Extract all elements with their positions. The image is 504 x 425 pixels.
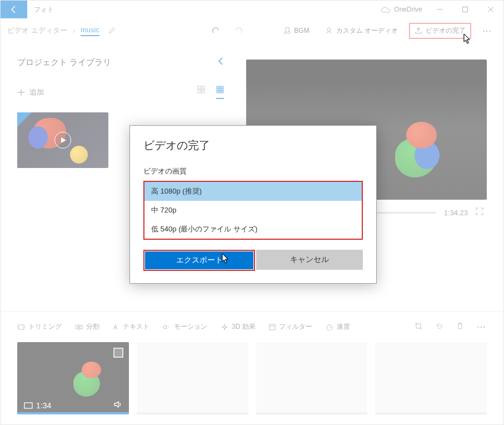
trim-icon <box>17 324 25 330</box>
svg-rect-15 <box>222 91 223 93</box>
collapse-sidebar-button[interactable] <box>217 56 224 69</box>
speed-icon <box>326 324 333 330</box>
storyboard-clip[interactable]: 1:34 <box>17 342 129 414</box>
motion-icon <box>163 324 171 330</box>
quality-label: ビデオの画質 <box>143 166 363 176</box>
edit-icon[interactable] <box>108 26 116 36</box>
library-thumbnail[interactable] <box>17 112 108 168</box>
svg-rect-6 <box>202 90 204 93</box>
back-button[interactable] <box>1 1 27 18</box>
app-title: フォト <box>34 5 381 14</box>
maximize-button[interactable] <box>452 1 478 18</box>
crop-button[interactable] <box>415 322 422 332</box>
svg-point-24 <box>166 325 169 329</box>
svg-rect-21 <box>80 325 82 329</box>
filter-button[interactable]: フィルター <box>269 322 312 332</box>
custom-audio-button[interactable]: カスタム オーディオ <box>321 23 402 39</box>
storyboard-more-button[interactable]: ⋯ <box>477 322 487 332</box>
clip-duration: 1:34 <box>24 401 51 410</box>
svg-rect-9 <box>222 86 223 88</box>
quality-option-low[interactable]: 低 540p (最小のファイル サイズ) <box>144 220 362 239</box>
trimming-button[interactable]: トリミング <box>17 322 62 332</box>
svg-point-2 <box>327 28 331 31</box>
svg-rect-20 <box>76 325 78 329</box>
cloud-icon <box>381 6 391 13</box>
fullscreen-button[interactable] <box>476 207 483 218</box>
bgm-button[interactable]: BGM <box>278 23 313 38</box>
sidebar-title: プロジェクト ライブラリ <box>17 57 111 68</box>
svg-rect-13 <box>217 91 218 93</box>
empty-clip-slot[interactable] <box>137 342 248 414</box>
clip-checkbox[interactable] <box>113 348 123 358</box>
volume-icon[interactable] <box>113 401 122 410</box>
svg-rect-14 <box>219 91 221 93</box>
svg-rect-12 <box>222 89 223 91</box>
trash-icon <box>457 322 463 330</box>
play-icon <box>54 132 71 149</box>
onedrive-status[interactable]: OneDrive <box>381 6 422 13</box>
finish-video-button[interactable]: ビデオの完了 <box>409 23 471 39</box>
breadcrumb-current[interactable]: music <box>81 26 99 36</box>
3d-effects-button[interactable]: 3D 効果 <box>221 322 256 332</box>
speed-button[interactable]: 速度 <box>326 322 350 332</box>
split-button[interactable]: 分割 <box>75 322 99 332</box>
quality-option-high[interactable]: 高 1080p (推奨) <box>144 182 362 201</box>
svg-rect-16 <box>18 325 24 329</box>
toolbar: ビデオ エディター › music BGM カスタム オーディオ ビデオの完了 … <box>1 18 503 43</box>
breadcrumb-root[interactable]: ビデオ エディター <box>7 26 67 36</box>
empty-clip-slot[interactable] <box>375 342 487 414</box>
add-button[interactable]: 追加 <box>17 87 44 97</box>
quality-options: 高 1080p (推奨) 中 720p 低 540p (最小のファイル サイズ) <box>143 181 363 240</box>
timeline-time: 1:34.23 <box>444 209 468 217</box>
undo-button[interactable] <box>206 23 224 38</box>
motion-button[interactable]: モーション <box>163 322 207 332</box>
svg-line-28 <box>330 327 331 328</box>
dialog-title: ビデオの完了 <box>143 138 363 153</box>
svg-rect-1 <box>463 7 468 12</box>
svg-rect-11 <box>219 89 221 91</box>
svg-rect-3 <box>198 86 201 89</box>
breadcrumb: ビデオ エディター › music <box>7 26 116 36</box>
delete-button[interactable] <box>457 322 463 332</box>
svg-text:A: A <box>113 324 118 330</box>
storyboard: トリミング 分割 Aテキスト モーション 3D 効果 フィルター 速度 ⋯ 1:… <box>1 311 503 424</box>
minimize-button[interactable] <box>427 1 452 18</box>
audio-icon <box>325 27 333 34</box>
split-icon <box>75 324 83 330</box>
chevron-right-icon: › <box>73 27 75 35</box>
cancel-button[interactable]: キャンセル <box>256 250 363 270</box>
rotate-button[interactable] <box>436 322 443 332</box>
cursor-icon <box>463 33 471 45</box>
plus-icon <box>17 88 25 96</box>
svg-rect-8 <box>219 86 221 88</box>
export-button[interactable]: エクスポート <box>145 251 253 269</box>
finish-video-dialog: ビデオの完了 ビデオの画質 高 1080p (推奨) 中 720p 低 540p… <box>129 125 377 284</box>
titlebar: フォト OneDrive <box>1 1 503 18</box>
grid-large-view-button[interactable] <box>197 86 205 99</box>
sparkle-icon <box>221 324 228 330</box>
svg-rect-5 <box>198 90 201 93</box>
empty-clip-slot[interactable] <box>256 342 368 414</box>
svg-rect-7 <box>217 86 218 88</box>
export-icon <box>415 27 422 34</box>
filter-icon <box>269 324 276 330</box>
quality-option-medium[interactable]: 中 720p <box>144 201 362 220</box>
text-icon: A <box>113 324 119 330</box>
redo-button[interactable] <box>231 23 248 38</box>
close-button[interactable] <box>478 1 503 18</box>
svg-rect-29 <box>24 403 32 408</box>
more-button[interactable]: ⋯ <box>478 22 497 39</box>
svg-rect-25 <box>270 324 275 330</box>
rotate-icon <box>436 322 443 330</box>
grid-small-view-button[interactable] <box>216 86 224 99</box>
svg-rect-4 <box>202 86 204 89</box>
cursor-icon <box>222 253 229 264</box>
svg-rect-10 <box>217 89 218 91</box>
crop-icon <box>415 322 422 330</box>
text-button[interactable]: Aテキスト <box>113 322 149 332</box>
music-icon <box>283 27 291 34</box>
